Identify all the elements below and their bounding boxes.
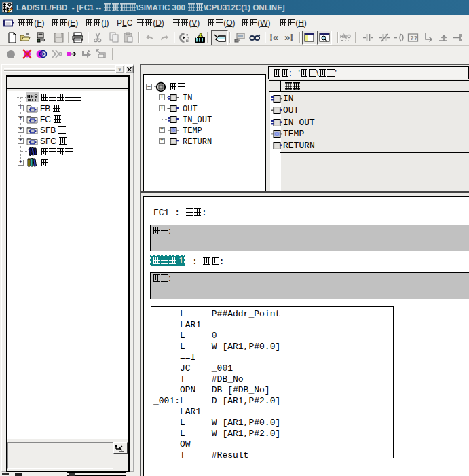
svg-text:??: ?? xyxy=(410,35,417,41)
